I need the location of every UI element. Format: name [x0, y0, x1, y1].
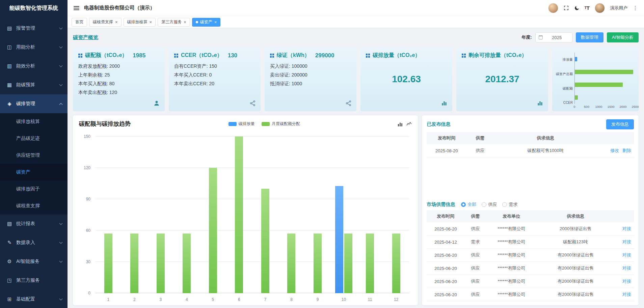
quota-bar[interactable]: [157, 234, 165, 293]
chevron-down-icon: [59, 241, 63, 244]
published-date: 2025-08-20: [427, 148, 466, 153]
quota-bar[interactable]: [209, 168, 217, 293]
data-manage-button[interactable]: 数据管理: [576, 32, 603, 42]
filter-radio-2[interactable]: 需求: [502, 202, 517, 208]
quota-bar[interactable]: [235, 136, 243, 293]
sidebar-subitem-4-0[interactable]: 碳排放核算: [0, 113, 68, 130]
quota-bar[interactable]: [392, 234, 400, 293]
delete-link[interactable]: 删除: [622, 148, 631, 154]
legend-item-1[interactable]: 月度碳配额分配: [262, 121, 300, 127]
quota-bar[interactable]: [344, 234, 352, 293]
sidebar-item-label: 数据录入: [16, 240, 60, 246]
axis-tick-label: 2500: [632, 105, 639, 109]
ai-analysis-button[interactable]: AI智能分析: [607, 32, 639, 42]
line-chart-toggle-icon[interactable]: [406, 121, 412, 127]
page-title[interactable]: 碳资产概览: [73, 34, 98, 41]
sidebar-item-1[interactable]: ◫用能分析: [0, 38, 68, 57]
tab-0[interactable]: 首页: [72, 18, 87, 27]
share-icon: [249, 100, 256, 107]
sidebar-item-label: AI智能服务: [16, 258, 60, 265]
connect-link[interactable]: 对接: [622, 226, 631, 232]
x-tick-label: 5: [200, 297, 226, 302]
data-entry-icon: ✎: [5, 240, 14, 246]
user-avatar[interactable]: [595, 3, 605, 13]
tab-2[interactable]: 碳排放核算×: [124, 18, 156, 27]
tab-3[interactable]: 第三方服务×: [158, 18, 190, 27]
font-size-icon[interactable]: TT: [585, 5, 590, 11]
grid-icon: [366, 54, 370, 58]
close-icon[interactable]: ×: [115, 20, 118, 25]
tab-1[interactable]: 碳核查支撑×: [89, 18, 122, 27]
quota-bar[interactable]: [104, 234, 112, 293]
sidebar-item-9[interactable]: ⊞基础配置: [0, 290, 68, 308]
quota-bar[interactable]: [261, 189, 269, 293]
connect-link[interactable]: 对接: [622, 252, 631, 258]
settings-icon: ⊞: [5, 296, 14, 302]
sidebar-subitem-4-4[interactable]: 碳排放因子: [0, 181, 68, 197]
card-stat: 本年买入CCER: 0: [174, 72, 255, 78]
sidebar-item-7[interactable]: ⚙AI智能服务: [0, 252, 68, 271]
bar-chart-toggle-icon[interactable]: [398, 121, 403, 127]
market-info: 有2000张绿证出售: [537, 265, 614, 271]
overview-header: 碳资产概览 年度: 2025 数据管理 AI智能分析: [73, 32, 639, 43]
sidebar-item-4[interactable]: ◈碳排管理: [0, 94, 68, 113]
tab-label: 碳核查支撑: [93, 19, 113, 25]
menu-collapse-icon[interactable]: [74, 6, 79, 10]
quota-bar[interactable]: [183, 234, 191, 293]
connect-link[interactable]: 对接: [622, 239, 631, 245]
grid-icon: [174, 54, 178, 58]
year-input[interactable]: 2025: [535, 32, 572, 42]
user-name: 演示用户: [610, 5, 627, 11]
sidebar-subitem-4-2[interactable]: 供应链管理: [0, 147, 68, 164]
sidebar-item-2[interactable]: ▥能效分析: [0, 57, 68, 75]
publish-button[interactable]: 发布信息: [606, 119, 634, 129]
user-menu-icon[interactable]: ⋮: [633, 5, 638, 11]
sidebar-item-label: 用能分析: [16, 44, 60, 50]
market-type: 供应: [464, 291, 486, 298]
fullscreen-icon[interactable]: [563, 5, 569, 11]
connect-link[interactable]: 对接: [622, 278, 631, 284]
edit-link[interactable]: 修改: [610, 148, 619, 154]
close-icon[interactable]: ×: [214, 20, 217, 25]
sidebar-item-label: 能效分析: [16, 63, 60, 69]
dark-mode-icon[interactable]: [574, 5, 580, 11]
market-row-0: 2025-06-20供应******有限公司2000张绿证出售对接: [427, 222, 634, 236]
avatar[interactable]: [548, 3, 558, 13]
sidebar-subitem-4-3[interactable]: 碳资产: [0, 164, 68, 181]
legend-item-0[interactable]: 碳排放量: [229, 121, 255, 127]
connect-link[interactable]: 对接: [622, 291, 631, 298]
energy-analysis-icon: ◫: [5, 44, 14, 50]
legend-chip: [229, 122, 237, 126]
chart-legend: 碳排放量月度碳配额分配: [229, 121, 300, 127]
quota-bar[interactable]: [287, 234, 295, 293]
sidebar-item-6[interactable]: ✎数据录入: [0, 233, 68, 252]
sidebar-item-5[interactable]: ▧统计报表: [0, 214, 68, 233]
sidebar-item-3[interactable]: ▦能碳预算: [0, 75, 68, 94]
sidebar-item-0[interactable]: ▤报警管理: [0, 19, 68, 38]
market-type: 供应: [464, 265, 486, 271]
trend-chart-panel: 碳配额与碳排放趋势 碳排放量月度碳配额分配 030609012015: [73, 115, 418, 305]
tab-4[interactable]: 碳资产×: [192, 18, 221, 27]
chart-header: 碳配额与碳排放趋势 碳排放量月度碳配额分配: [79, 120, 412, 128]
quota-bar[interactable]: [366, 234, 374, 293]
filter-radio-0[interactable]: 全部: [461, 202, 476, 208]
connect-link[interactable]: 对接: [622, 265, 631, 271]
sidebar-item-8[interactable]: ◳第三方服务: [0, 271, 68, 290]
close-icon[interactable]: ×: [184, 20, 186, 25]
sidebar-subitem-4-5[interactable]: 碳核查支撑: [0, 197, 68, 214]
emission-bar[interactable]: [335, 186, 343, 293]
carbon-asset-mini-chart: 排放量碳资产总额碳配额CCER 05001000150020002500: [552, 47, 639, 111]
third-party-icon: ◳: [5, 277, 14, 283]
sidebar-subitem-4-1[interactable]: 产品碳足迹: [0, 130, 68, 147]
axis-tick-label: 2000: [619, 105, 626, 109]
market-row-1: 2025-04-12需求******有限公司碳配额123吨对接: [427, 236, 634, 249]
card-title-row: 剩余可排放量（tCO₂e）: [462, 52, 543, 59]
chevron-down-icon: [59, 297, 63, 301]
quota-bar[interactable]: [314, 234, 322, 293]
filter-radio-1[interactable]: 供应: [482, 202, 497, 208]
sidebar-item-label: 碳排管理: [16, 101, 60, 107]
mini-chart-axis: 05001000150020002500: [574, 104, 635, 109]
close-icon[interactable]: ×: [150, 20, 152, 25]
bar-chart-icon: [441, 100, 448, 107]
quota-bar[interactable]: [130, 234, 138, 293]
